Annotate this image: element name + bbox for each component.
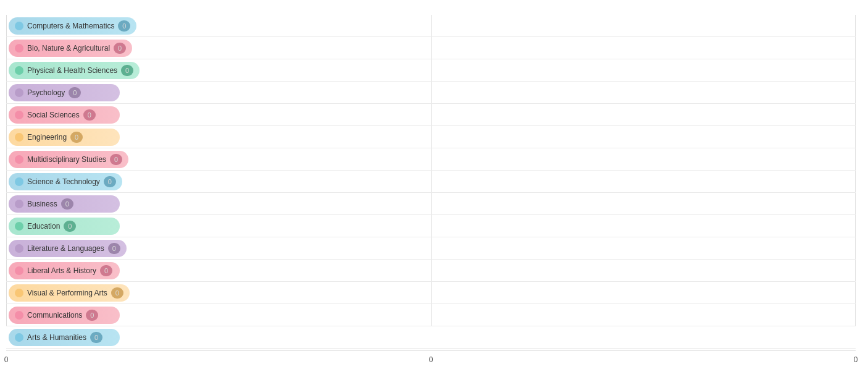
bar-label-text-engineering: Engineering (27, 133, 67, 142)
bar-value-badge-literature: 0 (108, 243, 120, 254)
bar-label-multi: Multidisciplinary Studies0 (9, 151, 128, 168)
bar-row-communications: Communications0 (6, 304, 856, 326)
bar-label-communications: Communications0 (9, 307, 120, 324)
bar-label-arts: Arts & Humanities0 (9, 329, 120, 346)
bar-dot-literature (15, 244, 23, 253)
bar-label-liberal: Liberal Arts & History0 (9, 262, 120, 279)
bar-value-badge-visual: 0 (111, 287, 123, 299)
bar-label-text-liberal: Liberal Arts & History (27, 266, 96, 275)
bar-row-science: Science & Technology0 (6, 171, 856, 193)
bar-label-text-physical: Physical & Health Sciences (27, 66, 117, 75)
bar-dot-liberal (15, 266, 23, 275)
bar-label-text-education: Education (27, 222, 60, 231)
bar-label-literature: Literature & Languages0 (9, 240, 127, 257)
bar-dot-education (15, 222, 23, 231)
bar-label-engineering: Engineering0 (9, 129, 120, 146)
bar-dot-physical (15, 66, 23, 75)
bar-label-computers: Computers & Mathematics0 (9, 17, 136, 35)
bar-row-literature: Literature & Languages0 (6, 237, 856, 260)
chart-container: Computers & Mathematics0Bio, Nature & Ag… (0, 0, 868, 390)
bar-row-bio: Bio, Nature & Agricultural0 (6, 37, 856, 59)
bar-label-bio: Bio, Nature & Agricultural0 (9, 40, 132, 57)
bar-dot-science (15, 177, 23, 186)
bar-dot-visual (15, 289, 23, 297)
bar-value-badge-psychology: 0 (69, 87, 81, 98)
bar-label-text-visual: Visual & Performing Arts (27, 289, 107, 297)
bar-row-social: Social Sciences0 (6, 104, 856, 126)
bar-dot-multi (15, 155, 23, 164)
bar-dot-social (15, 111, 23, 119)
bar-dot-communications (15, 311, 23, 320)
bar-row-business: Business0 (6, 193, 856, 215)
bar-value-badge-business: 0 (61, 198, 73, 210)
x-axis: 0 0 0 (6, 350, 856, 350)
bar-row-psychology: Psychology0 (6, 82, 856, 104)
bar-dot-arts (15, 333, 23, 342)
bar-row-multi: Multidisciplinary Studies0 (6, 148, 856, 171)
bar-label-education: Education0 (9, 218, 120, 235)
bar-label-visual: Visual & Performing Arts0 (9, 284, 130, 302)
bar-row-education: Education0 (6, 215, 856, 237)
bar-dot-psychology (15, 88, 23, 97)
bar-value-badge-multi: 0 (110, 154, 122, 165)
bar-value-badge-education: 0 (64, 221, 76, 232)
bar-row-arts: Arts & Humanities0 (6, 326, 856, 349)
bar-row-engineering: Engineering0 (6, 126, 856, 148)
bar-label-text-literature: Literature & Languages (27, 244, 104, 253)
bar-value-badge-communications: 0 (86, 310, 98, 321)
bar-dot-engineering (15, 133, 23, 142)
bar-value-badge-arts: 0 (90, 332, 102, 343)
bar-value-badge-science: 0 (104, 176, 116, 187)
bar-label-text-arts: Arts & Humanities (27, 333, 86, 342)
x-tick-0: 0 (4, 355, 9, 364)
x-tick-2: 0 (854, 355, 858, 364)
bar-dot-business (15, 200, 23, 208)
bar-label-text-business: Business (27, 200, 57, 208)
bar-row-visual: Visual & Performing Arts0 (6, 282, 856, 304)
bar-label-text-computers: Computers & Mathematics (27, 22, 114, 30)
bar-label-business: Business0 (9, 195, 120, 213)
bar-value-badge-bio: 0 (114, 43, 126, 54)
bar-value-badge-computers: 0 (118, 20, 130, 32)
bar-row-computers: Computers & Mathematics0 (6, 15, 856, 37)
bar-dot-computers (15, 22, 23, 30)
chart-area: Computers & Mathematics0Bio, Nature & Ag… (6, 15, 856, 344)
bar-label-psychology: Psychology0 (9, 84, 120, 101)
x-tick-1: 0 (429, 355, 433, 364)
bar-label-science: Science & Technology0 (9, 173, 122, 190)
bar-row-liberal: Liberal Arts & History0 (6, 260, 856, 282)
bar-row-physical: Physical & Health Sciences0 (6, 59, 856, 82)
bar-label-text-bio: Bio, Nature & Agricultural (27, 44, 110, 53)
bar-value-badge-liberal: 0 (100, 265, 112, 276)
bar-label-physical: Physical & Health Sciences0 (9, 62, 140, 79)
bar-label-text-social: Social Sciences (27, 111, 80, 119)
bar-label-text-multi: Multidisciplinary Studies (27, 155, 106, 164)
bar-value-badge-physical: 0 (121, 65, 133, 76)
bar-label-text-science: Science & Technology (27, 177, 100, 186)
bar-label-text-communications: Communications (27, 311, 82, 320)
bar-dot-bio (15, 44, 23, 53)
bar-value-badge-social: 0 (83, 109, 96, 121)
bar-label-text-psychology: Psychology (27, 88, 65, 97)
bar-label-social: Social Sciences0 (9, 106, 120, 124)
bar-value-badge-engineering: 0 (70, 132, 83, 143)
bars-area: Computers & Mathematics0Bio, Nature & Ag… (6, 15, 856, 349)
